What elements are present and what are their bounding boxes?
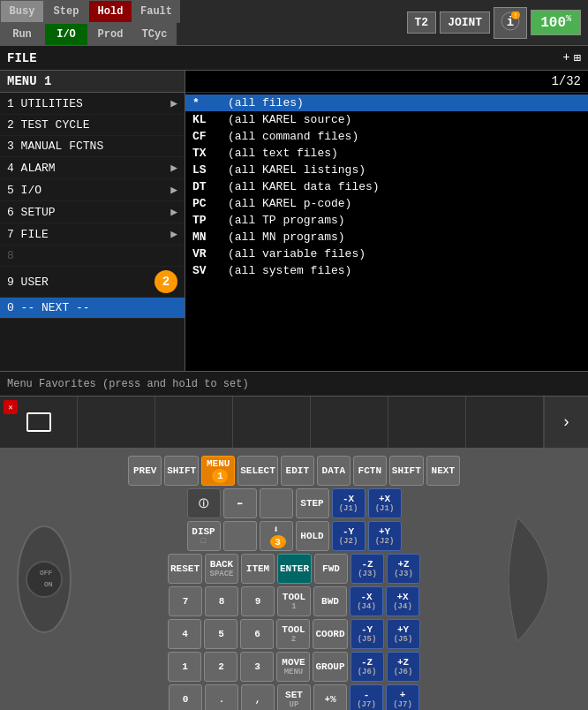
key-4-3[interactable]: TOOL1: [277, 586, 311, 616]
key-3-6[interactable]: +Z(J3): [387, 554, 420, 584]
key-0-6[interactable]: FCTN: [353, 456, 387, 486]
key-7-5[interactable]: -(J7): [350, 684, 383, 710]
key-label-0: TOOL: [283, 592, 305, 602]
key-0-4[interactable]: EDIT: [281, 456, 314, 486]
key-3-0[interactable]: RESET: [168, 554, 202, 584]
keypad-right-space: [500, 456, 588, 703]
menu-item-1[interactable]: 1 UTILITIES▶: [0, 93, 185, 115]
key-4-2[interactable]: 9: [241, 586, 275, 616]
key-6-3[interactable]: MOVEMENU: [276, 652, 310, 682]
file-list-item[interactable]: KL(all KAREL source): [185, 111, 588, 128]
menu-item-6[interactable]: 6 SETUP▶: [0, 201, 185, 223]
key-5-2[interactable]: 6: [240, 619, 274, 649]
key-5-4[interactable]: COORD: [313, 619, 347, 649]
menu-arrow-icon: ▶: [170, 205, 177, 219]
key-2-1[interactable]: [223, 521, 257, 551]
key-0-2[interactable]: MENU1: [201, 456, 235, 486]
key-5-6[interactable]: +Y(J5): [387, 619, 420, 649]
key-7-6[interactable]: +(J7): [386, 684, 419, 710]
key-0-8[interactable]: NEXT: [426, 456, 460, 486]
file-code: MN: [192, 230, 228, 244]
key-7-2[interactable]: ,: [241, 684, 275, 710]
key-2-5[interactable]: +Y(J2): [368, 521, 402, 551]
key-4-0[interactable]: 7: [169, 586, 202, 616]
file-list-item[interactable]: DT(all KAREL data files): [185, 178, 588, 195]
grid-icon[interactable]: ⊞: [574, 50, 581, 65]
key-5-5[interactable]: -Y(J5): [351, 619, 384, 649]
key-3-5[interactable]: -Z(J3): [351, 554, 384, 584]
menu-item-7[interactable]: 7 FILE▶: [0, 223, 185, 245]
file-list-item[interactable]: VR(all variable files): [185, 245, 588, 262]
add-icon[interactable]: +: [562, 50, 569, 65]
fav-next-button[interactable]: ›: [544, 397, 588, 448]
key-3-2[interactable]: ITEM: [241, 554, 275, 584]
key-6-1[interactable]: 2: [204, 652, 237, 682]
key-0-5[interactable]: DATA: [317, 456, 351, 486]
key-4-5[interactable]: -X(J4): [350, 586, 383, 616]
menu-item-3[interactable]: 3 MANUAL FCTNS: [0, 136, 185, 157]
fav-item-4[interactable]: [233, 397, 311, 448]
status-busy: Busy: [0, 0, 44, 23]
key-0-0[interactable]: PREV: [128, 456, 162, 486]
key-5-1[interactable]: 5: [204, 619, 237, 649]
key-1-5[interactable]: +X(J1): [368, 488, 402, 518]
key-4-6[interactable]: +X(J4): [386, 586, 419, 616]
fav-item-3[interactable]: [155, 397, 233, 448]
menu-item-0[interactable]: 0 -- NEXT --: [0, 298, 185, 319]
key-6-2[interactable]: 3: [240, 652, 274, 682]
key-6-0[interactable]: 1: [168, 652, 201, 682]
fav-item-5[interactable]: [311, 397, 388, 448]
key-3-3[interactable]: ENTER: [277, 554, 312, 584]
key-7-3[interactable]: SETUP: [277, 684, 311, 710]
fav-item-6[interactable]: [388, 397, 466, 448]
fav-item-1[interactable]: ✕: [0, 397, 78, 448]
file-list-item[interactable]: LS(all KAREL listings): [185, 162, 588, 178]
status-tcyc: TCyc: [132, 23, 177, 46]
menu-item-9[interactable]: 9 USER2: [0, 267, 185, 298]
file-list-item[interactable]: *(all files): [185, 94, 588, 111]
file-list-item[interactable]: PC(all KAREL p-code): [185, 195, 588, 212]
file-list-item[interactable]: TX(all text files): [185, 145, 588, 162]
key-4-1[interactable]: 8: [205, 586, 238, 616]
key-7-1[interactable]: .: [205, 684, 238, 710]
fav-item-7[interactable]: [466, 397, 544, 448]
key-1-4[interactable]: -X(J1): [332, 488, 366, 518]
key-4-4[interactable]: BWD: [313, 586, 347, 616]
file-list-item[interactable]: MN(all MN programs): [185, 229, 588, 245]
key-2-0[interactable]: DISP□: [187, 521, 221, 551]
key-label-1: (J3): [394, 570, 413, 578]
menu-item-2[interactable]: 2 TEST CYCLE: [0, 115, 185, 136]
key-1-1[interactable]: ⬅: [223, 488, 257, 518]
key-label-0: -Y: [343, 526, 354, 537]
key-6-4[interactable]: GROUP: [313, 652, 347, 682]
file-list-item[interactable]: CF(all command files): [185, 128, 588, 145]
menu-item-4[interactable]: 4 ALARM▶: [0, 157, 185, 179]
key-3-4[interactable]: FWD: [314, 554, 348, 584]
fav-close-icon[interactable]: ✕: [4, 400, 18, 414]
menu-item-5[interactable]: 5 I/O▶: [0, 179, 185, 201]
fav-item-2[interactable]: [78, 397, 155, 448]
key-0-7[interactable]: SHIFT: [389, 456, 424, 486]
key-7-0[interactable]: 0: [169, 684, 202, 710]
menu-item-8[interactable]: 8: [0, 245, 185, 267]
key-6-5[interactable]: -Z(J6): [351, 652, 384, 682]
key-0-1[interactable]: SHIFT: [164, 456, 199, 486]
key-2-3[interactable]: HOLD: [296, 521, 329, 551]
key-7-4[interactable]: +%: [313, 684, 347, 710]
file-code: DT: [192, 180, 228, 193]
key-1-0[interactable]: ⓘ: [187, 488, 221, 518]
key-5-0[interactable]: 4: [168, 619, 201, 649]
key-2-4[interactable]: -Y(J2): [332, 521, 366, 551]
key-6-6[interactable]: +Z(J6): [387, 652, 420, 682]
key-1-3[interactable]: STEP: [296, 488, 329, 518]
key-1-2[interactable]: [260, 488, 293, 518]
alert-icon[interactable]: i !: [494, 7, 527, 39]
key-3-1[interactable]: BACKSPACE: [205, 554, 238, 584]
key-label-0: SELECT: [240, 465, 275, 476]
file-list-item[interactable]: TP(all TP programs): [185, 212, 588, 229]
key-label-0: EDIT: [286, 465, 309, 476]
key-2-2[interactable]: ⬇3: [260, 521, 293, 551]
key-0-3[interactable]: SELECT: [237, 456, 278, 486]
key-5-3[interactable]: TOOL2: [276, 619, 310, 649]
file-list-item[interactable]: SV(all system files): [185, 262, 588, 279]
